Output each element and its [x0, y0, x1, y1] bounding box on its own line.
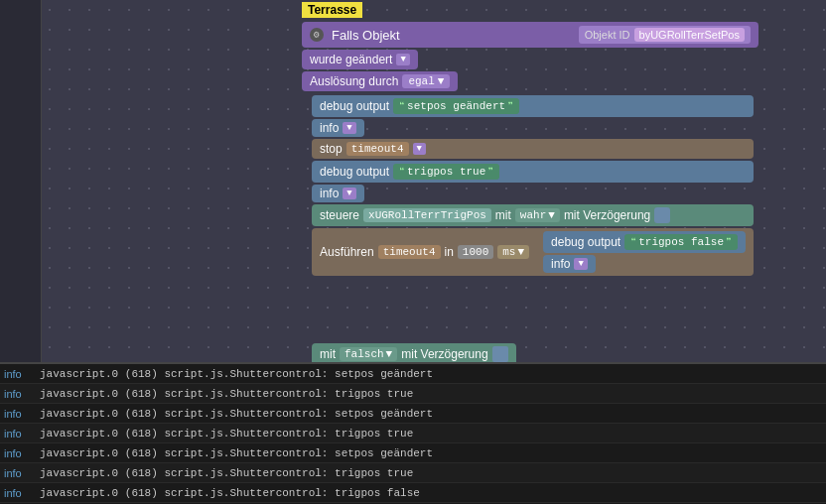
quote-open-3: ❝ [630, 236, 636, 248]
stop-block[interactable]: stop timeout4 ▼ [312, 139, 754, 159]
quote-close-3: ❞ [726, 236, 732, 248]
info-label-3: info [551, 257, 570, 271]
log-text: javascript.0 (618) script.js.Shuttercont… [40, 487, 420, 499]
info-block-2[interactable]: info ▼ [312, 185, 364, 202]
string-block-3[interactable]: ❝ trigpos false ❞ [624, 234, 738, 250]
ms-arrow: ▼ [517, 246, 524, 258]
stop-dropdown[interactable]: ▼ [413, 143, 426, 155]
terrasse-text: Terrasse [308, 3, 356, 17]
log-text: javascript.0 (618) script.js.Shuttercont… [40, 428, 413, 440]
steuere-label: steuere [320, 208, 359, 222]
auslosung-block[interactable]: Auslösung durch egal ▼ [302, 71, 458, 91]
debug-output-label-1: debug output [320, 99, 389, 113]
log-level: info [4, 368, 40, 380]
mit-verz-block-1[interactable] [654, 207, 670, 223]
ausfuhren-block[interactable]: Ausführen timeout4 in 1000 ms ▼ debug ou… [312, 228, 754, 276]
falls-objekt-block[interactable]: ⚙ Falls Objekt Objekt ID byUGRollTerrSet… [302, 22, 758, 48]
string-block-1[interactable]: ❝ setpos geändert ❞ [393, 98, 519, 114]
inner-inner-blocks: debug output ❝ trigpos false ❞ info ▼ [543, 231, 746, 273]
debug-output-label-2: debug output [320, 165, 389, 179]
quote-open-2: ❝ [399, 166, 405, 178]
ausfuhren-timeout[interactable]: timeout4 [378, 245, 441, 259]
log-row: infojavascript.0 (618) script.js.Shutter… [0, 364, 826, 384]
debug-value-2: trigpos true [407, 166, 485, 178]
log-text: javascript.0 (618) script.js.Shuttercont… [40, 388, 413, 400]
ms-dropdown[interactable]: ms ▼ [497, 245, 529, 259]
log-level: info [4, 487, 40, 499]
cutoff-mit-label: mit [320, 347, 336, 361]
log-text: javascript.0 (618) script.js.Shuttercont… [40, 408, 433, 420]
log-row: infojavascript.0 (618) script.js.Shutter… [0, 443, 826, 463]
objekt-id-value[interactable]: byUGRollTerrSetPos [634, 28, 745, 42]
canvas-area: Terrasse ⚙ Falls Objekt Objekt ID byUGRo… [0, 0, 826, 362]
log-row: infojavascript.0 (618) script.js.Shutter… [0, 404, 826, 424]
quote-close-1: ❞ [507, 100, 513, 112]
steuere-var[interactable]: xUGRollTerrTrigPos [363, 208, 491, 222]
objekt-id-label: Objekt ID [585, 29, 630, 41]
wurde-geandert-block[interactable]: wurde geändert ▼ [302, 50, 418, 69]
info-dropdown-3[interactable]: ▼ [574, 258, 587, 270]
quote-close-2: ❞ [487, 166, 493, 178]
falsch-dropdown[interactable]: falsch ▼ [340, 347, 397, 361]
egal-arrow: ▼ [438, 75, 445, 87]
wahr-value: wahr [520, 209, 546, 221]
ausfuhren-ms-value[interactable]: 1000 [458, 245, 493, 259]
mit-verz-block-2[interactable] [492, 346, 508, 362]
log-text: javascript.0 (618) script.js.Shuttercont… [40, 368, 433, 380]
log-level: info [4, 428, 40, 440]
log-level: info [4, 447, 40, 459]
debug-output-block-1[interactable]: debug output ❝ setpos geändert ❞ [312, 95, 754, 117]
quote-open-1: ❝ [399, 100, 405, 112]
debug-value-3: trigpos false [638, 236, 724, 248]
steuere-block[interactable]: steuere xUGRollTerrTrigPos mit wahr ▼ mi… [312, 204, 754, 226]
info-label-2: info [320, 187, 339, 200]
ms-label: ms [502, 246, 515, 258]
log-row: infojavascript.0 (618) script.js.Shutter… [0, 384, 826, 404]
log-level: info [4, 467, 40, 479]
log-text: javascript.0 (618) script.js.Shuttercont… [40, 467, 413, 479]
auslosung-label: Auslösung durch [310, 74, 398, 88]
falls-objekt-title: Falls Objekt [332, 28, 400, 43]
info-dropdown-2[interactable]: ▼ [343, 188, 355, 199]
left-sidebar [0, 0, 42, 362]
console-area: infojavascript.0 (618) script.js.Shutter… [0, 362, 826, 504]
log-level: info [4, 388, 40, 400]
bottom-cutoff-block[interactable]: mit falsch ▼ mit Verzögerung [312, 343, 516, 362]
string-block-2[interactable]: ❝ trigpos true ❞ [393, 164, 499, 180]
stop-label: stop [320, 142, 343, 156]
wurde-geandert-label: wurde geändert [310, 53, 392, 66]
cutoff-mit-verz: mit Verzögerung [401, 347, 487, 361]
log-text: javascript.0 (618) script.js.Shuttercont… [40, 447, 433, 459]
terrasse-label[interactable]: Terrasse [302, 2, 362, 18]
falsch-arrow: ▼ [386, 348, 393, 360]
info-dropdown-1[interactable]: ▼ [343, 122, 355, 134]
wahr-arrow: ▼ [548, 209, 555, 221]
debug-output-block-2[interactable]: debug output ❝ trigpos true ❞ [312, 161, 754, 183]
debug-output-block-3[interactable]: debug output ❝ trigpos false ❞ [543, 231, 746, 253]
gear-icon: ⚙ [310, 28, 324, 42]
info-block-1[interactable]: info ▼ [312, 119, 364, 137]
debug-output-label-3: debug output [551, 235, 620, 249]
wurde-geandert-dropdown[interactable]: ▼ [396, 54, 409, 65]
steuere-mit-verz: mit Verzögerung [564, 208, 650, 222]
objekt-id-section: Objekt ID byUGRollTerrSetPos [579, 26, 751, 44]
egal-value: egal [408, 75, 434, 87]
info-label-1: info [320, 121, 339, 135]
log-level: info [4, 408, 40, 420]
ausfuhren-in: in [445, 245, 454, 259]
log-row: infojavascript.0 (618) script.js.Shutter… [0, 483, 826, 503]
inner-blocks: debug output ❝ setpos geändert ❞ info ▼ … [312, 95, 754, 276]
info-block-3[interactable]: info ▼ [543, 255, 596, 273]
ausfuhren-label: Ausführen [320, 245, 374, 259]
debug-value-1: setpos geändert [407, 100, 505, 112]
steuere-mit-label: mit [495, 208, 511, 222]
egal-dropdown[interactable]: egal ▼ [402, 74, 450, 88]
wahr-dropdown[interactable]: wahr ▼ [515, 208, 560, 222]
timeout-badge[interactable]: timeout4 [346, 142, 409, 156]
log-row: infojavascript.0 (618) script.js.Shutter… [0, 424, 826, 443]
node-container: Terrasse ⚙ Falls Objekt Objekt ID byUGRo… [42, 0, 826, 362]
log-row: infojavascript.0 (618) script.js.Shutter… [0, 463, 826, 483]
falsch-value: falsch [344, 348, 384, 360]
